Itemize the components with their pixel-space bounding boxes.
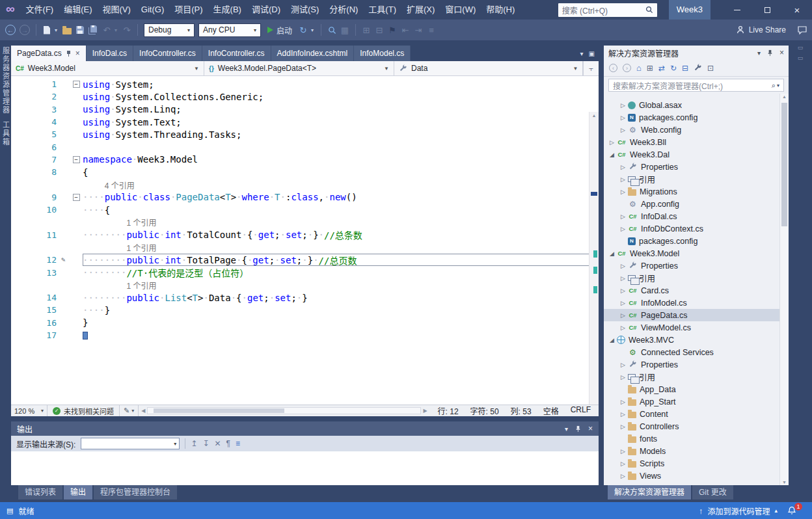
- code-line-12[interactable]: 12✎········public·int·TotalPage·{·get;·s…: [11, 254, 599, 266]
- doc-tab-InfoModel.cs[interactable]: InfoModel.cs: [354, 46, 411, 61]
- configuration-combobox[interactable]: Debug▾: [144, 23, 195, 37]
- collapsed-arrow-icon[interactable]: ▷: [619, 423, 627, 430]
- collapsed-arrow-icon[interactable]: ▷: [619, 300, 627, 306]
- horizontal-scroll-thumb[interactable]: [154, 408, 284, 413]
- collapsed-arrow-icon[interactable]: ▷: [619, 362, 627, 368]
- tree-item-App_Data[interactable]: App_Data: [604, 383, 779, 395]
- tree-item-InfoDbContext.cs[interactable]: ▷C#InfoDbContext.cs: [604, 222, 779, 235]
- code-editor[interactable]: 1−using·System;2using·System.Collections…: [11, 76, 599, 405]
- code-line-17[interactable]: 17: [11, 329, 599, 341]
- type-dropdown[interactable]: {} Week3.Model.PageData<T> ▼: [204, 61, 394, 75]
- tree-item-fonts[interactable]: fonts: [604, 432, 779, 445]
- code-line-10[interactable]: 10····{: [11, 204, 599, 216]
- codelens-references[interactable]: 1 个引用: [11, 216, 599, 228]
- collapsed-arrow-icon[interactable]: ▷: [619, 399, 627, 405]
- tree-item-ViewModel.cs[interactable]: ▷C#ViewModel.cs: [604, 321, 779, 334]
- codelens-references[interactable]: 1 个引用: [11, 241, 599, 254]
- scroll-left-icon[interactable]: ◀: [141, 408, 145, 414]
- prev-message-icon[interactable]: ↥: [191, 439, 197, 448]
- panel-tab-输出[interactable]: 输出: [64, 485, 92, 499]
- refresh-icon[interactable]: ↻: [670, 64, 677, 73]
- output-content[interactable]: [11, 451, 599, 485]
- code-line-15[interactable]: 15····}: [11, 304, 599, 316]
- scroll-right-icon[interactable]: ▶: [423, 408, 427, 414]
- maximize-button[interactable]: [752, 0, 782, 20]
- live-share-label[interactable]: Live Share: [749, 25, 786, 34]
- tree-item-Week3.Model[interactable]: ◢C#Week3.Model: [604, 247, 779, 260]
- code-line-6[interactable]: 6: [11, 140, 599, 153]
- collapse-all-icon[interactable]: ⊟: [682, 64, 688, 73]
- expanded-arrow-icon[interactable]: ◢: [608, 250, 616, 257]
- output-source-combobox[interactable]: ▾: [81, 438, 180, 449]
- tree-scrollbar[interactable]: ▲ ▼: [779, 94, 789, 485]
- collapsed-arrow-icon[interactable]: ▷: [619, 411, 627, 418]
- code-line-14[interactable]: 14········public·List<T>·Data·{·get;·set…: [11, 291, 599, 304]
- quick-search-box[interactable]: 搜索 (Ctrl+Q): [558, 3, 657, 17]
- collapsed-arrow-icon[interactable]: ▷: [619, 448, 627, 455]
- expanded-arrow-icon[interactable]: ◢: [608, 337, 616, 343]
- collapsed-arrow-icon[interactable]: ▷: [619, 176, 627, 183]
- tree-item-Migrations[interactable]: ▷Migrations: [604, 185, 779, 198]
- tree-item-Week3.MVC[interactable]: ◢Week3.MVC: [604, 334, 779, 346]
- toolbox-vertical-tab[interactable]: 工具箱: [1, 121, 11, 146]
- code-line-2[interactable]: 2using·System.Collections.Generic;: [11, 90, 599, 103]
- code-line-1[interactable]: 1−using·System;: [11, 78, 599, 90]
- code-cleanup-icon[interactable]: ✎ ▾: [119, 405, 139, 416]
- tree-item-Controllers[interactable]: ▷Controllers: [604, 420, 779, 432]
- menu-工具(T)[interactable]: 工具(T): [363, 0, 401, 20]
- collapsed-arrow-icon[interactable]: ▷: [619, 374, 627, 380]
- panel-tab-程序包管理器控制台[interactable]: 程序包管理器控制台: [94, 485, 177, 499]
- undo-icon[interactable]: ↶: [102, 25, 111, 35]
- close-panel-icon[interactable]: ×: [588, 424, 593, 433]
- menu-分析(N)[interactable]: 分析(N): [324, 0, 363, 20]
- tree-item-PageData.cs[interactable]: ▷C#PageData.cs: [604, 309, 779, 321]
- codelens-references[interactable]: 1 个引用: [11, 279, 599, 291]
- tree-item-Properties[interactable]: ▷Properties: [604, 161, 779, 173]
- scroll-up-icon[interactable]: ▲: [589, 113, 599, 118]
- collapsed-arrow-icon[interactable]: ▷: [619, 127, 627, 133]
- tree-item-Week3.Dal[interactable]: ◢C#Week3.Dal: [604, 148, 779, 161]
- code-line-8[interactable]: 8{: [11, 166, 599, 178]
- word-wrap-icon[interactable]: ¶: [226, 439, 230, 448]
- next-message-icon[interactable]: ↧: [202, 439, 209, 448]
- undo-dropdown-icon[interactable]: ▾: [113, 27, 118, 33]
- menu-调试(D)[interactable]: 调试(D): [247, 0, 286, 20]
- window-position-icon[interactable]: ▾: [757, 49, 761, 57]
- hot-reload-dropdown-icon[interactable]: ▾: [310, 27, 315, 33]
- doc-tab-InfoController.cs[interactable]: InfoController.cs: [202, 46, 271, 61]
- tree-item-Properties[interactable]: ▷Properties: [604, 358, 779, 371]
- scroll-up-icon[interactable]: ▲: [780, 94, 789, 99]
- menu-视图(V)[interactable]: 视图(V): [98, 0, 136, 20]
- collapsed-arrow-icon[interactable]: ▷: [619, 473, 627, 479]
- collapsed-arrow-icon[interactable]: ▷: [619, 164, 627, 170]
- split-window-icon[interactable]: ⫟: [583, 61, 599, 75]
- collapsed-arrow-icon[interactable]: ▷: [619, 325, 627, 331]
- solution-explorer-header[interactable]: 解决方案资源管理器 ▾ ×: [604, 46, 789, 60]
- eol-indicator[interactable]: CRLF: [571, 405, 591, 416]
- collapsed-arrow-icon[interactable]: ▷: [619, 287, 627, 294]
- pin-icon[interactable]: [575, 425, 582, 432]
- menu-Git(G)[interactable]: Git(G): [136, 0, 169, 20]
- tree-item-Connected Services[interactable]: ⚙Connected Services: [604, 346, 779, 358]
- find-in-files-icon[interactable]: [327, 26, 336, 34]
- collapsed-arrow-icon[interactable]: ▷: [619, 263, 627, 269]
- preview-selected-icon[interactable]: ⊡: [707, 64, 714, 73]
- redo-icon[interactable]: ↷: [122, 25, 131, 35]
- server-explorer-vertical-tab[interactable]: 服务器资源管理器: [1, 47, 11, 114]
- menu-生成(B)[interactable]: 生成(B): [208, 0, 247, 20]
- window-position-icon[interactable]: ▾: [565, 425, 568, 432]
- home-icon[interactable]: ⌂: [636, 63, 642, 73]
- panel-tab-Git 更改[interactable]: Git 更改: [692, 485, 733, 499]
- collapsed-arrow-icon[interactable]: ▷: [619, 460, 627, 467]
- editor-vertical-scrollbar[interactable]: ▲ ▼: [589, 112, 599, 405]
- code-line-9[interactable]: 9−····public·class·PageData<T>·where·T·:…: [11, 191, 599, 204]
- indent-icon[interactable]: ⇥: [414, 25, 423, 35]
- notifications-bell-icon[interactable]: 1: [787, 506, 796, 515]
- tree-item-App.config[interactable]: ⚙App.config: [604, 198, 779, 210]
- collapsed-arrow-icon[interactable]: ▷: [619, 102, 627, 109]
- tree-item-引用[interactable]: ▷引用: [604, 272, 779, 284]
- code-line-3[interactable]: 3using·System.Linq;: [11, 103, 599, 116]
- tree-item-Web.config[interactable]: ▷⚙Web.config: [604, 124, 779, 136]
- collapsed-arrow-icon[interactable]: ▷: [619, 226, 627, 232]
- feedback-icon[interactable]: [798, 26, 807, 34]
